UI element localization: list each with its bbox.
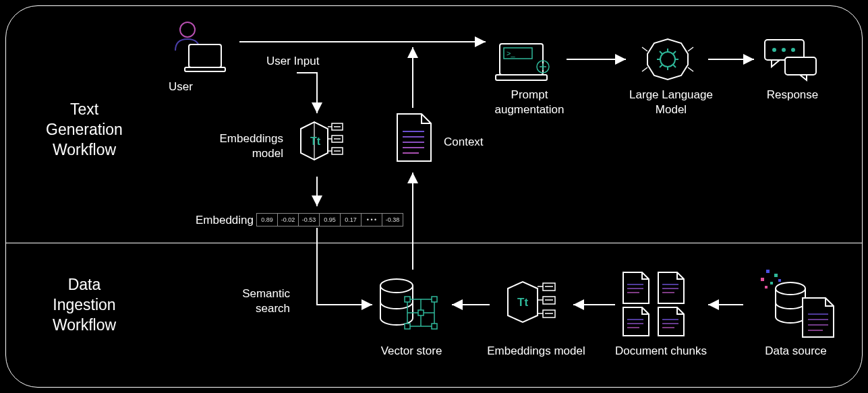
arrows-layer <box>0 0 868 393</box>
arrow-input-to-embeddings <box>297 73 317 113</box>
arrow-vector-to-store <box>317 228 372 305</box>
diagram-canvas: Text Generation Workflow Data Ingestion … <box>0 0 868 393</box>
